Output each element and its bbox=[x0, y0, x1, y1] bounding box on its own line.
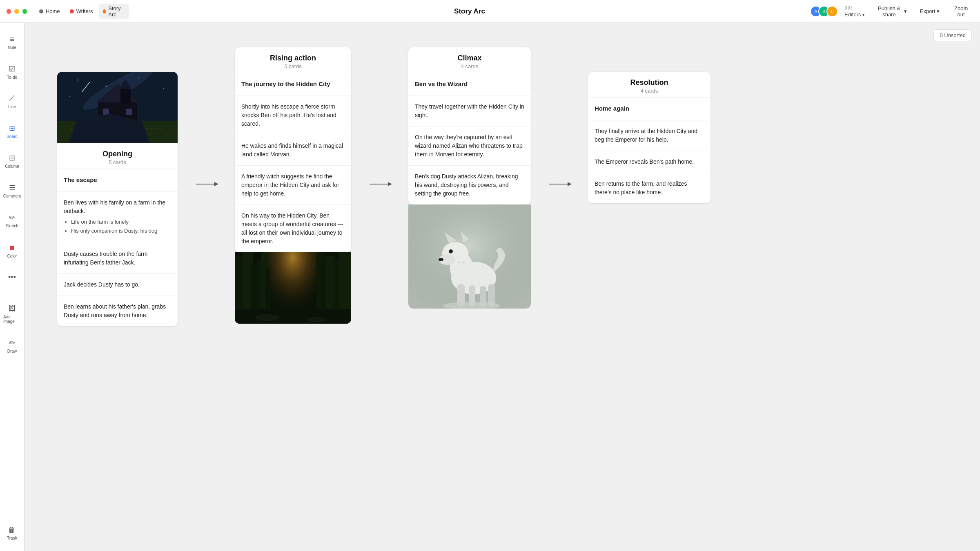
traffic-light-red[interactable] bbox=[7, 9, 11, 14]
editors-chevron-icon: ▾ bbox=[862, 13, 864, 17]
resolution-title: Resolution bbox=[595, 78, 704, 87]
sidebar-item-color[interactable]: ■ Color bbox=[4, 240, 20, 261]
card-climax-2[interactable]: They travel together with the Hidden Cit… bbox=[408, 96, 531, 126]
writers-dot bbox=[70, 9, 74, 13]
sidebar-item-board[interactable]: ⊞ Board bbox=[3, 121, 21, 141]
column-icon: ⊟ bbox=[9, 153, 15, 162]
svg-marker-54 bbox=[568, 182, 572, 186]
card-rising-2[interactable]: Shortly into his escape a fierce storm k… bbox=[235, 96, 351, 135]
card-resolution-3[interactable]: The Emperor reveals Ben's path home. bbox=[588, 151, 710, 173]
sidebar-item-trash[interactable]: 🗑 Trash bbox=[4, 523, 20, 543]
card-climax-1[interactable]: Ben vs the Wizard bbox=[408, 73, 531, 96]
svg-point-34 bbox=[306, 317, 327, 322]
zoom-label: Zoom out bbox=[953, 5, 969, 18]
sidebar-item-more[interactable]: ••• bbox=[5, 271, 19, 284]
rising-action-subtitle: 5 cards bbox=[241, 63, 345, 69]
more-icon: ••• bbox=[8, 273, 16, 282]
sidebar-item-todo[interactable]: ☑ To-do bbox=[4, 62, 20, 82]
sidebar-item-add-image[interactable]: 🖼 Add Image bbox=[0, 302, 24, 326]
zoom-out-button[interactable]: Zoom out bbox=[949, 3, 973, 20]
sketch-icon: ✏ bbox=[9, 213, 15, 222]
list-item-1: Life on the farm is lonely bbox=[71, 218, 171, 226]
climax-title: Climax bbox=[415, 54, 524, 62]
sidebar-note-label: Note bbox=[8, 45, 16, 50]
sidebar-item-sketch[interactable]: ✏ Sketch bbox=[2, 211, 22, 231]
export-button[interactable]: Export ▾ bbox=[916, 6, 944, 16]
arrow-2-container bbox=[368, 178, 392, 190]
export-chevron-icon: ▾ bbox=[937, 8, 940, 14]
traffic-light-yellow[interactable] bbox=[14, 9, 19, 14]
card-climax-4[interactable]: Ben's dog Dusty attacks Alizan, breaking… bbox=[408, 165, 531, 204]
arrow-1-container bbox=[194, 178, 218, 190]
arrow-1 bbox=[194, 178, 218, 190]
sidebar-item-column[interactable]: ⊟ Column bbox=[2, 151, 22, 171]
sidebar-item-draw[interactable]: ✏ Draw bbox=[4, 336, 20, 356]
rising-action-column-group: Rising action 5 cards The journey to the… bbox=[235, 47, 351, 324]
publish-share-label: Publish & share bbox=[876, 5, 902, 18]
card-resolution-2[interactable]: They finally arrive at the Hidden City a… bbox=[588, 120, 710, 151]
tab-home[interactable]: Home bbox=[35, 7, 64, 16]
editors-button[interactable]: 221 Editors ▾ bbox=[844, 5, 867, 18]
canvas: Opening 5 cards The escape Ben lives wit… bbox=[49, 39, 956, 334]
add-image-icon: 🖼 bbox=[9, 304, 16, 313]
tab-story-arc[interactable]: Story Arc bbox=[99, 4, 129, 19]
sidebar-draw-label: Draw bbox=[7, 349, 17, 353]
rising-action-header: Rising action 5 cards bbox=[235, 47, 351, 73]
page-title: Story Arc bbox=[454, 7, 485, 16]
card-resolution-1[interactable]: Home again bbox=[588, 97, 710, 120]
forest-svg bbox=[235, 252, 351, 324]
sidebar-item-comment[interactable]: ☰ Comment bbox=[0, 181, 24, 201]
arrow-3-container bbox=[547, 178, 572, 190]
sidebar-item-note[interactable]: ≡ Note bbox=[4, 33, 20, 52]
tab-group: Home Writers Story Arc bbox=[35, 4, 129, 19]
forest-image-container bbox=[235, 252, 351, 324]
sidebar-item-line[interactable]: ∕ Line bbox=[5, 92, 19, 111]
svg-rect-9 bbox=[57, 121, 178, 143]
svg-rect-14 bbox=[103, 109, 109, 115]
avatar-3: C bbox=[826, 6, 838, 17]
svg-rect-12 bbox=[120, 88, 131, 104]
board-icon: ⊞ bbox=[9, 124, 15, 133]
publish-chevron-icon: ▾ bbox=[904, 8, 907, 14]
sidebar-bottom: 🗑 Trash bbox=[4, 523, 20, 543]
todo-icon: ☑ bbox=[9, 64, 15, 73]
svg-rect-32 bbox=[235, 309, 351, 324]
publish-share-button[interactable]: Publish & share ▾ bbox=[872, 3, 911, 20]
opening-column-group: Opening 5 cards The escape Ben lives wit… bbox=[57, 72, 178, 326]
sidebar: ≡ Note ☑ To-do ∕ Line ⊞ Board ⊟ Column ☰… bbox=[0, 0, 24, 551]
card-rising-1[interactable]: The journey to the Hidden City bbox=[235, 73, 351, 96]
climax-header: Climax 4 cards bbox=[408, 47, 531, 73]
editors-count: 221 Editors bbox=[844, 5, 861, 18]
card-opening-5[interactable]: Ben learns about his father's plan, grab… bbox=[57, 295, 178, 326]
card-opening-2[interactable]: Ben lives with his family on a farm in t… bbox=[57, 191, 178, 243]
topbar: Home Writers Story Arc Story Arc A B C 2… bbox=[0, 0, 980, 23]
card-rising-5[interactable]: On his way to the Hidden City, Ben meets… bbox=[235, 204, 351, 252]
line-icon: ∕ bbox=[11, 94, 13, 103]
traffic-light-green[interactable] bbox=[22, 9, 27, 14]
card-climax-3[interactable]: On the way they're captured by an evil w… bbox=[408, 126, 531, 165]
card-rising-4[interactable]: A friendly witch suggests he find the em… bbox=[235, 165, 351, 204]
draw-icon: ✏ bbox=[9, 338, 15, 347]
sidebar-sketch-label: Sketch bbox=[6, 224, 18, 228]
list-item-2: His only companion is Dusty, his dog bbox=[71, 227, 171, 235]
topbar-right: A B C 221 Editors ▾ Publish & share ▾ Ex… bbox=[810, 3, 973, 20]
topbar-center: Story Arc bbox=[129, 7, 810, 16]
sidebar-column-label: Column bbox=[5, 164, 19, 169]
card-rising-3[interactable]: He wakes and finds himself in a magical … bbox=[235, 135, 351, 165]
climax-column-group: Climax 4 cards Ben vs the Wizard They tr… bbox=[408, 47, 531, 309]
note-icon: ≡ bbox=[10, 35, 14, 44]
card-resolution-4[interactable]: Ben returns to the farm, and realizes th… bbox=[588, 173, 710, 203]
sidebar-add-image-label: Add Image bbox=[3, 315, 21, 324]
sidebar-comment-label: Comment bbox=[3, 194, 21, 198]
tab-writers[interactable]: Writers bbox=[66, 7, 97, 16]
arrow-2 bbox=[368, 178, 392, 190]
card-opening-4[interactable]: Jack decides Dusty has to go. bbox=[57, 273, 178, 295]
comment-icon: ☰ bbox=[9, 183, 16, 192]
card-opening-3[interactable]: Dusty causes trouble on the farm infuria… bbox=[57, 243, 178, 273]
color-icon: ■ bbox=[9, 243, 14, 252]
tab-writers-label: Writers bbox=[76, 8, 93, 14]
resolution-column-group: Resolution 4 cards Home again They final… bbox=[588, 72, 710, 203]
rising-action-card: Rising action 5 cards The journey to the… bbox=[235, 47, 351, 252]
sidebar-trash-label: Trash bbox=[7, 536, 17, 540]
card-opening-1[interactable]: The escape bbox=[57, 169, 178, 191]
